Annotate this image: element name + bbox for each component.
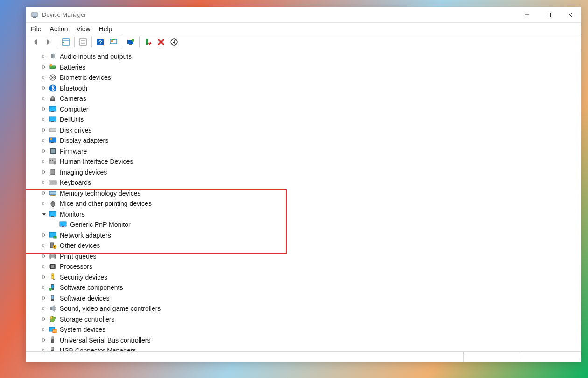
svg-point-40 (55, 130, 56, 131)
svg-rect-93 (52, 337, 54, 339)
expand-icon[interactable] (40, 286, 48, 290)
tree-node[interactable]: Security devices (40, 272, 581, 283)
tree-node[interactable]: Imaging devices (40, 167, 581, 178)
menu-action[interactable]: Action (50, 25, 68, 33)
scan-hardware-button[interactable] (108, 36, 119, 48)
update-driver-button[interactable] (125, 36, 136, 48)
expand-icon[interactable] (40, 76, 48, 80)
svg-rect-57 (49, 191, 56, 195)
device-tree[interactable]: Audio inputs and outputsBatteriesBiometr… (26, 49, 581, 351)
maximize-button[interactable] (538, 7, 559, 22)
svg-rect-37 (49, 117, 56, 121)
svg-rect-18 (129, 44, 132, 45)
expand-icon[interactable] (40, 181, 48, 185)
minimize-button[interactable] (516, 7, 538, 22)
expand-icon[interactable] (40, 233, 48, 237)
tree-node[interactable]: Mice and other pointing devices (40, 198, 581, 209)
tree-node[interactable]: Universal Serial Bus controllers (40, 335, 581, 346)
storage-icon (49, 315, 57, 323)
tree-node[interactable]: Human Interface Devices (40, 156, 581, 167)
tree-node[interactable]: Audio inputs and outputs (40, 51, 581, 62)
expand-icon[interactable] (40, 307, 48, 311)
disable-device-button[interactable] (168, 36, 180, 48)
other-icon: ? (49, 241, 57, 250)
display-icon (49, 136, 57, 145)
security-icon (49, 273, 57, 281)
expand-icon[interactable] (40, 170, 48, 174)
tree-node[interactable]: Cameras (40, 93, 581, 104)
expand-icon[interactable] (40, 254, 48, 258)
tree-node[interactable]: Bluetooth (40, 83, 581, 94)
window-title: Device Manager (42, 11, 86, 18)
expand-icon[interactable] (40, 349, 48, 351)
tree-node[interactable]: Network adapters (40, 230, 581, 241)
help-button[interactable]: ? (95, 36, 106, 48)
tree-node[interactable]: Batteries (40, 62, 581, 73)
svg-rect-47 (50, 160, 51, 161)
tree-node[interactable]: Firmware (40, 146, 581, 157)
collapse-icon[interactable] (40, 212, 48, 216)
menu-help[interactable]: Help (99, 25, 112, 33)
expand-icon[interactable] (40, 265, 48, 269)
expand-icon[interactable] (40, 202, 48, 206)
tree-node[interactable]: Print queues (40, 251, 581, 262)
expand-icon[interactable] (40, 86, 48, 90)
tree-node[interactable]: Software devices (40, 293, 581, 304)
tree-node[interactable]: Display adapters (40, 135, 581, 146)
swcomp-icon (49, 283, 57, 292)
expand-icon[interactable] (40, 296, 48, 300)
tree-node[interactable]: Storage controllers (40, 314, 581, 325)
expand-icon[interactable] (40, 118, 48, 122)
tree-node[interactable]: DellUtils (40, 114, 581, 125)
expand-icon[interactable] (40, 191, 48, 195)
app-icon (31, 11, 38, 19)
expand-icon[interactable] (40, 338, 48, 342)
swdev-icon (49, 294, 57, 302)
expand-icon[interactable] (40, 328, 48, 332)
tree-node[interactable]: Computer (40, 104, 581, 115)
tree-node[interactable]: Biometric devices (40, 72, 581, 83)
expand-icon[interactable] (40, 65, 48, 69)
monitor-icon (49, 105, 57, 113)
forward-button[interactable] (43, 36, 54, 48)
tree-node[interactable]: Keyboards (40, 177, 581, 188)
tree-node[interactable]: Memory technology devices (40, 188, 581, 199)
expand-icon[interactable] (40, 107, 48, 111)
svg-rect-38 (51, 121, 54, 122)
expand-icon[interactable] (40, 317, 48, 321)
expand-icon[interactable] (40, 55, 48, 59)
menu-view[interactable]: View (76, 25, 90, 33)
svg-rect-42 (50, 138, 52, 140)
tree-node[interactable]: Generic PnP Monitor (40, 219, 581, 230)
svg-rect-61 (49, 211, 56, 216)
tree-node-label: Network adapters (60, 231, 111, 239)
tree-node-label: Imaging devices (60, 168, 107, 176)
tree-node[interactable]: Software components (40, 282, 581, 293)
expand-icon[interactable] (40, 97, 48, 101)
menu-file[interactable]: File (31, 25, 42, 33)
tree-node[interactable]: ?Other devices (40, 240, 581, 251)
uninstall-device-button[interactable] (155, 36, 167, 48)
expand-icon[interactable] (40, 128, 48, 132)
expand-icon[interactable] (40, 275, 48, 279)
properties-button[interactable] (77, 36, 89, 48)
expand-icon[interactable] (40, 160, 48, 164)
svg-point-49 (54, 161, 56, 165)
expand-icon[interactable] (40, 244, 48, 248)
tree-node[interactable]: Disk drives (40, 125, 581, 136)
show-hide-tree-button[interactable] (60, 36, 71, 48)
back-button[interactable] (30, 36, 41, 48)
svg-rect-95 (52, 347, 54, 350)
expand-icon[interactable] (40, 149, 48, 153)
tree-node-label: Batteries (60, 63, 85, 71)
svg-text:?: ? (98, 39, 102, 46)
tree-node-label: Software devices (60, 294, 110, 302)
tree-node[interactable]: System devices (40, 324, 581, 335)
tree-node[interactable]: Sound, video and game controllers (40, 303, 581, 314)
tree-node[interactable]: USB Connector Managers (40, 345, 581, 351)
expand-icon[interactable] (40, 139, 48, 143)
tree-node[interactable]: Monitors (40, 209, 581, 220)
close-button[interactable] (559, 7, 581, 22)
enable-device-button[interactable] (142, 36, 154, 48)
tree-node[interactable]: Processors (40, 261, 581, 272)
